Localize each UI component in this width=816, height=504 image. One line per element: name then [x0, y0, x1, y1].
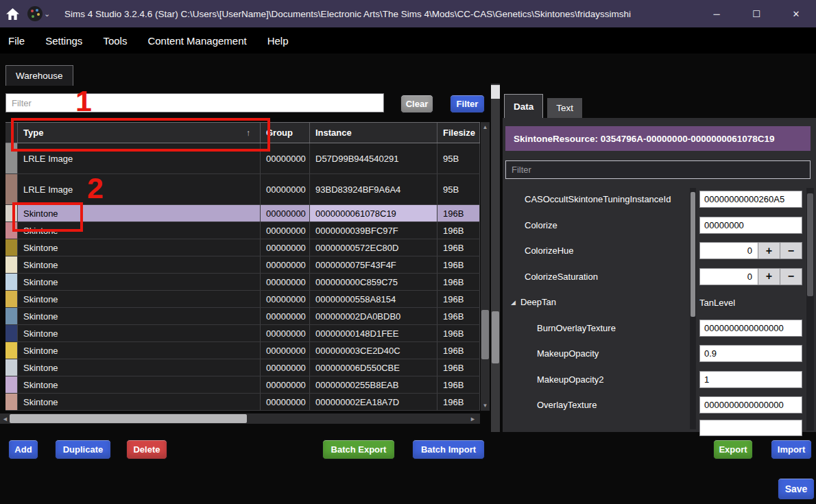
- clear-button[interactable]: Clear: [400, 95, 433, 113]
- table-row[interactable]: Skintone0000000000000000255B8EAB196B: [5, 376, 480, 394]
- table-row[interactable]: LRLE Image00000000D57D99B94454029195B: [5, 143, 480, 174]
- table-row[interactable]: Skintone000000000000000075F43F4F196B: [5, 256, 480, 274]
- detail-scroll-thumb[interactable]: [807, 193, 813, 296]
- property-value-wrap: 00000000000260A5: [699, 191, 802, 208]
- scroll-up-icon[interactable]: ▲: [481, 124, 490, 130]
- menu-item-help[interactable]: Help: [267, 35, 289, 47]
- table-row[interactable]: Skintone0000000000000000558A8154196B: [5, 291, 480, 308]
- increment-button[interactable]: +: [758, 243, 780, 259]
- cell-type: Skintone: [18, 376, 261, 393]
- menu-item-settings[interactable]: Settings: [45, 35, 82, 47]
- property-value-wrap: 0+−: [699, 268, 802, 285]
- filter-button[interactable]: Filter: [450, 95, 485, 113]
- increment-button[interactable]: +: [758, 269, 780, 285]
- home-icon[interactable]: [0, 0, 25, 27]
- column-header-type[interactable]: Type↑: [18, 123, 261, 143]
- cell-filesize: 196B: [437, 308, 480, 324]
- table-row[interactable]: Skintone0000000000000000148D1FEE196B: [5, 325, 480, 342]
- property-value-input[interactable]: 1: [699, 371, 802, 388]
- property-value-input[interactable]: 00000000: [699, 217, 802, 234]
- panel-scroll-top-thumb[interactable]: [491, 85, 500, 99]
- property-row: MakeupOpacity21: [505, 367, 811, 393]
- property-value-wrap: 0.9: [699, 345, 802, 362]
- cell-group: 00000000: [261, 143, 310, 173]
- menu-item-file[interactable]: File: [8, 35, 25, 47]
- panel-scrollbar[interactable]: [491, 84, 500, 432]
- property-row: OverlayTexture0000000000000000: [505, 392, 811, 418]
- cell-filesize: 196B: [437, 291, 480, 307]
- cell-instance: 000000002DA0BDB0: [310, 308, 437, 324]
- table-row[interactable]: Skintone000000000000000061078C19196B: [5, 205, 480, 222]
- column-header-filesize[interactable]: Filesize: [437, 123, 480, 143]
- property-row: BurnOverlayTexture0000000000000000: [505, 315, 811, 341]
- add-button[interactable]: Add: [8, 440, 38, 459]
- cell-type: Skintone: [18, 308, 261, 324]
- table-row[interactable]: Skintone00000000000000003CE2D40C196B: [5, 342, 480, 359]
- group-value-label: TanLevel: [699, 298, 735, 308]
- table-body: LRLE Image00000000D57D99B94454029195BLRL…: [5, 143, 480, 411]
- delete-button[interactable]: Delete: [126, 440, 167, 459]
- table-vertical-scrollbar[interactable]: ▲ ▼: [481, 122, 490, 411]
- resource-detail-panel: DataText SkintoneResource: 0354796A-0000…: [503, 85, 816, 432]
- table-row[interactable]: Skintone00000000000000000C859C75196B: [5, 274, 480, 291]
- export-button[interactable]: Export: [713, 440, 753, 459]
- warehouse-filter-input[interactable]: [5, 93, 384, 112]
- minimize-button[interactable]: ─: [697, 0, 736, 27]
- menu-item-content-management[interactable]: Content Management: [147, 35, 246, 47]
- save-button[interactable]: Save: [778, 478, 815, 500]
- tab-text[interactable]: Text: [547, 98, 582, 118]
- horizontal-scroll-thumb[interactable]: [10, 414, 247, 423]
- table-row[interactable]: Skintone0000000000000000572EC80D196B: [5, 239, 480, 256]
- scroll-right-icon[interactable]: ►: [470, 416, 476, 422]
- table-row[interactable]: Skintone00000000000000002EA18A7D196B: [5, 394, 480, 411]
- vertical-scroll-thumb[interactable]: [481, 310, 489, 359]
- chevron-down-icon[interactable]: ⌄: [44, 10, 53, 19]
- property-value-input[interactable]: 00000000000260A5: [699, 191, 802, 208]
- palette-icon[interactable]: [25, 0, 45, 27]
- property-name-label: CASOccultSkintoneTuningInstanceId: [525, 194, 671, 204]
- property-value-input[interactable]: 0: [700, 243, 758, 259]
- menu-item-tools[interactable]: Tools: [103, 35, 127, 47]
- column-header-instance[interactable]: Instance: [310, 123, 437, 143]
- property-value-wrap: 0000000000000000: [699, 396, 802, 413]
- table-row[interactable]: Skintone000000000000000039BFC97F196B: [5, 222, 480, 239]
- cell-instance: 00000000572EC80D: [310, 239, 437, 256]
- property-name: OverlayTexture: [505, 400, 689, 410]
- table-horizontal-scrollbar[interactable]: ◄ ►: [0, 413, 480, 424]
- duplicate-button[interactable]: Duplicate: [55, 440, 111, 459]
- panel-scroll-thumb[interactable]: [492, 311, 499, 363]
- tab-warehouse[interactable]: Warehouse: [5, 65, 73, 86]
- property-scroll-thumb[interactable]: [691, 192, 695, 317]
- table-row[interactable]: LRLE Image0000000093BD83924BF9A6A495B: [5, 174, 480, 205]
- detail-vertical-scrollbar[interactable]: [806, 188, 814, 431]
- property-grid-scrollbar[interactable]: [690, 188, 696, 429]
- close-button[interactable]: ✕: [776, 0, 816, 27]
- table-row[interactable]: Skintone00000000000000006D550CBE196B: [5, 359, 480, 376]
- batch-export-button[interactable]: Batch Export: [322, 440, 395, 459]
- column-header-group[interactable]: Group: [261, 123, 310, 143]
- swatch-cell: [5, 222, 18, 239]
- swatch-cell: [5, 174, 18, 204]
- decrement-button[interactable]: −: [780, 243, 802, 259]
- cell-group: 00000000: [261, 239, 310, 256]
- property-name-label: BurnOverlayTexture: [537, 323, 616, 333]
- scroll-down-icon[interactable]: ▼: [481, 403, 490, 409]
- scroll-left-icon[interactable]: ◄: [2, 416, 8, 422]
- tab-data[interactable]: Data: [504, 94, 543, 118]
- property-value-input[interactable]: 0000000000000000: [699, 396, 802, 413]
- table-row[interactable]: Skintone00000000000000002DA0BDB0196B: [5, 308, 480, 325]
- import-button[interactable]: Import: [771, 440, 812, 459]
- cell-group: 00000000: [261, 174, 310, 204]
- property-value-input[interactable]: 0000000000000000: [699, 320, 802, 337]
- decrement-button[interactable]: −: [780, 269, 802, 285]
- property-name-label: OverlayTexture: [537, 400, 597, 410]
- expander-icon[interactable]: ◢: [511, 299, 516, 306]
- property-name: Colorize: [505, 220, 689, 230]
- batch-import-button[interactable]: Batch Import: [412, 440, 485, 459]
- property-row: ColorizeSaturation0+−: [505, 264, 811, 290]
- property-filter-input[interactable]: [505, 160, 811, 179]
- maximize-button[interactable]: ☐: [736, 0, 776, 27]
- property-value-input[interactable]: 0.9: [699, 345, 802, 362]
- cell-instance: 000000002EA18A7D: [310, 394, 437, 410]
- property-value-input[interactable]: 0: [700, 269, 758, 285]
